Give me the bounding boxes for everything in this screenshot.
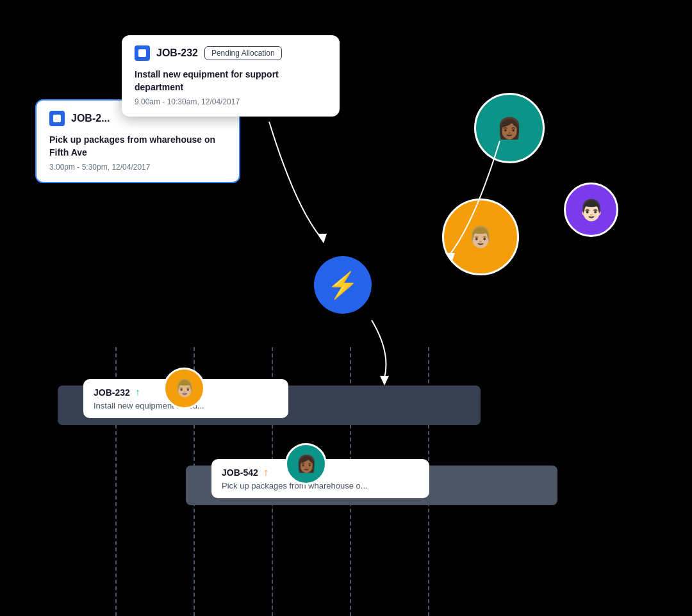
schedule-arrow-1: ↑	[135, 387, 140, 398]
job-id-front: JOB-232	[156, 47, 198, 59]
job-icon-inner-front	[138, 49, 146, 57]
arrow-right-svg	[384, 128, 513, 288]
avatar-purple: 👨🏻	[564, 182, 618, 237]
schedule-job-id-2: JOB-542	[222, 467, 258, 478]
card-front-header: JOB-232 Pending Allocation	[135, 45, 327, 61]
avatar-purple-face: 👨🏻	[566, 184, 616, 235]
job-description-front: Install new equipment for support depart…	[135, 69, 327, 93]
schedule-arrow-2: ↑	[263, 467, 268, 478]
job-time-back: 3.00pm - 5:30pm, 12/04/2017	[49, 163, 226, 172]
job-time-front: 9.00am - 10:30am, 12/04/2017	[135, 97, 327, 106]
schedule-row-1: 👨🏼 JOB-232 ↑ Install new equipment for s…	[83, 379, 288, 418]
lightning-icon: ⚡	[327, 272, 359, 298]
svg-marker-0	[317, 234, 327, 243]
lightning-circle: ⚡	[314, 256, 372, 314]
schedule-desc-2: Pick up packages from wharehouse o...	[222, 481, 419, 490]
job-id-back: JOB-2...	[71, 113, 110, 124]
arrow-left-svg	[256, 109, 384, 269]
schedule-row-2: 👩🏾 JOB-542 ↑ Pick up packages from whare…	[211, 459, 429, 498]
job-icon-back	[49, 111, 65, 126]
job-icon-inner-back	[53, 115, 61, 122]
schedule-job-id-1: JOB-232	[94, 387, 130, 398]
schedule-avatar-orange: 👨🏼	[163, 368, 205, 409]
job-card-front: JOB-232 Pending Allocation Install new e…	[122, 35, 340, 117]
svg-marker-1	[445, 253, 455, 263]
job-description-back: Pick up packages from wharehouse on Fift…	[49, 134, 226, 159]
svg-marker-2	[380, 376, 389, 385]
schedule-section: 👨🏼 JOB-232 ↑ Install new equipment for s…	[0, 347, 692, 616]
arrow-down-svg	[333, 314, 410, 391]
schedule-avatar-teal: 👩🏾	[285, 443, 327, 485]
job-icon-front	[135, 45, 150, 61]
status-badge: Pending Allocation	[204, 46, 282, 60]
